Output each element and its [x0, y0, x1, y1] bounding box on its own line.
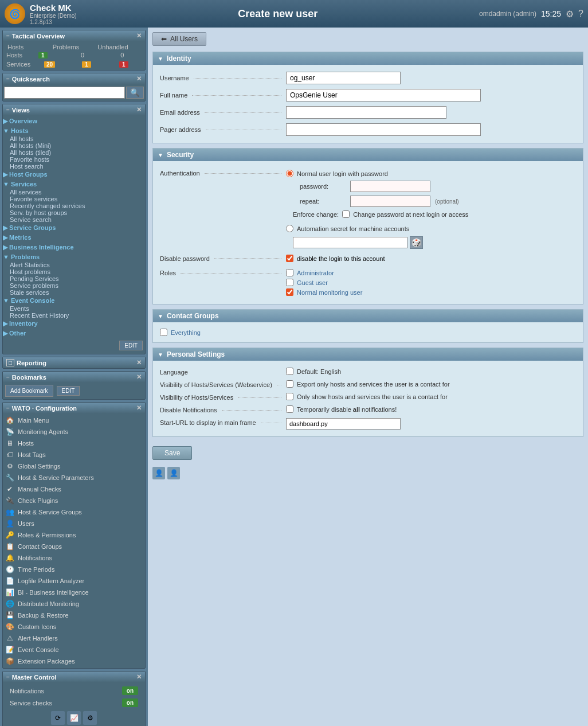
- sidebar-item-service-problems[interactable]: Service problems: [3, 282, 145, 289]
- help-icon[interactable]: ?: [578, 9, 583, 19]
- guest-role-link[interactable]: Guest user: [297, 279, 328, 286]
- pager-field[interactable]: [286, 123, 481, 136]
- wato-item-contact-groups[interactable]: 📋Contact Groups: [3, 541, 145, 552]
- sidebar-item-all-hosts-mini[interactable]: All hosts (Mini): [3, 142, 145, 149]
- everything-link[interactable]: Everything: [171, 329, 201, 336]
- visibility-checkbox[interactable]: [286, 393, 293, 400]
- fullname-field[interactable]: [286, 89, 481, 102]
- sidebar-item-host-problems[interactable]: Host problems: [3, 268, 145, 275]
- sidebar-item-inventory[interactable]: ▶ Inventory: [3, 319, 145, 329]
- wato-item-hosts[interactable]: 🖥Hosts: [3, 438, 145, 449]
- wato-item-custom-icons[interactable]: 🎨Custom Icons: [3, 621, 145, 633]
- wato-header[interactable]: − WATO · Configuration ✕: [3, 403, 145, 413]
- sidebar-item-host-search[interactable]: Host search: [3, 163, 145, 170]
- sidebar-item-service-groups[interactable]: ▶ Service Groups: [3, 223, 145, 233]
- sidebar-item-other[interactable]: ▶ Other: [3, 329, 145, 338]
- normal-role-link[interactable]: Normal monitoring user: [297, 289, 362, 296]
- views-edit-button[interactable]: EDIT: [119, 341, 143, 350]
- views-header[interactable]: − Views ✕: [3, 104, 145, 115]
- sidebar-item-hosts[interactable]: ▼ Hosts: [3, 126, 145, 135]
- close-icon[interactable]: ✕: [136, 373, 142, 381]
- sidebar-item-overview[interactable]: ▶ Overview: [3, 116, 145, 126]
- add-bookmark-button[interactable]: Add Bookmark: [5, 385, 53, 397]
- sidebar-item-serv-by-host-groups[interactable]: Serv. by host groups: [3, 209, 145, 216]
- close-icon[interactable]: ✕: [136, 359, 142, 366]
- quicksearch-header[interactable]: − Quicksearch ✕: [3, 73, 145, 84]
- disable-password-checkbox[interactable]: [286, 255, 293, 262]
- bookmarks-header[interactable]: − Bookmarks ✕: [3, 372, 145, 382]
- everything-checkbox[interactable]: [160, 329, 167, 336]
- sidebar-item-service-search[interactable]: Service search: [3, 216, 145, 223]
- tactical-overview-header[interactable]: − Tactical Overview ✕: [3, 30, 145, 41]
- sidebar-item-bi[interactable]: ▶ Business Intelligence: [3, 243, 145, 252]
- expand-icon[interactable]: □: [6, 359, 14, 366]
- all-users-button[interactable]: ⬅ All Users: [152, 32, 206, 46]
- notifications-toggle[interactable]: on: [122, 686, 138, 695]
- sidebar-item-alert-statistics[interactable]: Alert Statistics: [3, 261, 145, 268]
- sidebar-item-favorite-hosts[interactable]: Favorite hosts: [3, 156, 145, 163]
- sidebar-item-all-hosts[interactable]: All hosts: [3, 135, 145, 142]
- wato-item-global-settings[interactable]: ⚙Global Settings: [3, 460, 145, 472]
- wato-item-event-console[interactable]: 📝Event Console: [3, 644, 145, 655]
- wato-item-extension-packages[interactable]: 📦Extension Packages: [3, 655, 145, 667]
- wato-item-manual-checks[interactable]: ✔Manual Checks: [3, 483, 145, 495]
- wato-item-host-service-groups[interactable]: 👥Host & Service Groups: [3, 506, 145, 518]
- wato-item-bi[interactable]: 📊BI - Business Intelligence: [3, 587, 145, 598]
- password-field[interactable]: [350, 181, 430, 192]
- normal-role-checkbox[interactable]: [286, 288, 293, 296]
- master-control-header[interactable]: − Master Control ✕: [3, 672, 145, 682]
- wato-item-notifications[interactable]: 🔔Notifications: [3, 552, 145, 564]
- service-checks-toggle[interactable]: on: [122, 698, 138, 707]
- sidebar-item-recently-changed-services[interactable]: Recently changed services: [3, 202, 145, 209]
- wato-item-roles-permissions[interactable]: 🔑Roles & Permissions: [3, 529, 145, 541]
- visibility-ws-checkbox[interactable]: [286, 380, 293, 388]
- close-icon[interactable]: ✕: [136, 32, 142, 40]
- automation-input[interactable]: [293, 237, 407, 248]
- power-icon[interactable]: ⟳: [51, 711, 65, 725]
- sidebar-item-events[interactable]: Events: [3, 305, 145, 312]
- close-icon[interactable]: ✕: [136, 673, 142, 681]
- normal-login-radio[interactable]: [286, 170, 293, 177]
- settings-icon[interactable]: ⚙: [566, 9, 574, 19]
- sidebar-item-all-hosts-tiled[interactable]: All hosts (tiled): [3, 149, 145, 156]
- close-icon[interactable]: ✕: [136, 75, 142, 83]
- sidebar-item-all-services[interactable]: All services: [3, 189, 145, 196]
- sidebar-item-problems[interactable]: ▼ Problems: [3, 252, 145, 261]
- close-icon[interactable]: ✕: [136, 404, 142, 412]
- sidebar-item-host-groups[interactable]: ▶ Host Groups: [3, 170, 145, 179]
- wato-item-logfile-pattern[interactable]: 📄Logfile Pattern Analyzer: [3, 575, 145, 587]
- wato-item-backup-restore[interactable]: 💾Backup & Restore: [3, 610, 145, 621]
- guest-role-checkbox[interactable]: [286, 279, 293, 286]
- wato-item-users[interactable]: 👤Users: [3, 518, 145, 529]
- repeat-field[interactable]: [350, 196, 430, 207]
- save-button[interactable]: Save: [152, 446, 192, 460]
- wato-item-main-menu[interactable]: 🏠Main Menu: [3, 415, 145, 426]
- sidebar-item-favorite-services[interactable]: Favorite services: [3, 196, 145, 202]
- search-button[interactable]: 🔍: [126, 87, 144, 99]
- settings2-icon[interactable]: ⚙: [83, 711, 97, 725]
- wato-item-alert-handlers[interactable]: ⚠Alert Handlers: [3, 633, 145, 644]
- disable-notif-checkbox[interactable]: [286, 405, 293, 413]
- close-icon[interactable]: ✕: [136, 106, 142, 114]
- dice-button[interactable]: 🎲: [410, 236, 423, 249]
- enforce-change-checkbox[interactable]: [342, 210, 350, 218]
- username-field[interactable]: [286, 72, 401, 84]
- bookmarks-edit-button[interactable]: EDIT: [57, 386, 80, 396]
- admin-role-link[interactable]: Administrator: [297, 270, 334, 276]
- sidebar-item-metrics[interactable]: ▶ Metrics: [3, 233, 145, 243]
- email-field[interactable]: [286, 106, 446, 119]
- chart2-icon[interactable]: 📈: [67, 711, 81, 725]
- sidebar-item-stale-services[interactable]: Stale services: [3, 289, 145, 296]
- wato-item-check-plugins[interactable]: 🔌Check Plugins: [3, 495, 145, 506]
- wato-item-host-tags[interactable]: 🏷Host Tags: [3, 449, 145, 460]
- admin-role-checkbox[interactable]: [286, 269, 293, 276]
- sidebar-item-services[interactable]: ▼ Services: [3, 179, 145, 189]
- automation-radio[interactable]: [286, 225, 293, 232]
- sidebar-item-pending-services[interactable]: Pending Services: [3, 275, 145, 282]
- reporting-header[interactable]: □ Reporting ✕: [3, 357, 145, 368]
- wato-item-distributed-monitoring[interactable]: 🌐Distributed Monitoring: [3, 598, 145, 610]
- wato-item-time-periods[interactable]: 🕐Time Periods: [3, 564, 145, 575]
- search-input[interactable]: [4, 87, 125, 99]
- wato-item-monitoring-agents[interactable]: 📡Monitoring Agents: [3, 426, 145, 438]
- sidebar-item-recent-event-history[interactable]: Recent Event History: [3, 312, 145, 319]
